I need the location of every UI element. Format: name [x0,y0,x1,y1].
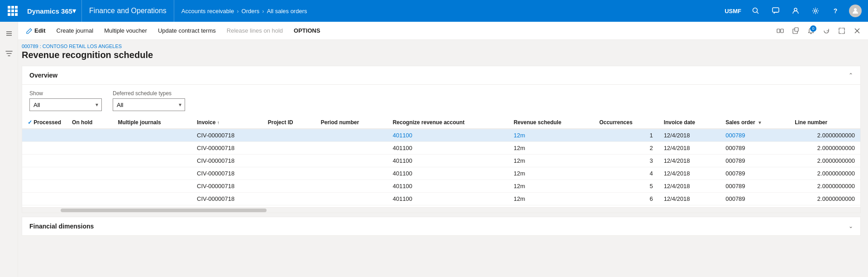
cell-period-number [315,142,387,155]
breadcrumb-orders[interactable]: Orders [242,8,260,15]
avatar-button[interactable] [846,0,864,22]
cell-period-number [315,193,387,205]
brand-label: Dynamics 365 [27,7,72,15]
table-row[interactable]: CIV-0000071840110012m612/4/20180007892.0… [22,193,860,205]
cell-project-id [262,155,315,167]
col-recognize-revenue-account: Recognize revenue account [387,117,508,129]
edit-button[interactable]: Edit [22,25,50,36]
update-contract-terms-button[interactable]: Update contract terms [153,25,220,36]
table-row[interactable]: CIV-0000071840110012m212/4/20180007892.0… [22,142,860,155]
svg-rect-9 [777,29,780,33]
table-body: CIV-0000071840110012m112/4/20180007892.0… [22,129,860,207]
financial-dimensions-header[interactable]: Financial dimensions ⌄ [22,217,860,235]
cell-multiple-journals [112,167,191,180]
svg-rect-2 [773,8,779,12]
app-name: Finance and Operations [82,0,174,22]
search-nav-button[interactable] [747,0,765,22]
waffle-menu[interactable] [4,0,22,22]
col-on-hold: On hold [67,117,112,129]
col-sales-order: Sales order ▼ [720,117,789,129]
open-in-new-button[interactable] [788,24,803,38]
col-multiple-journals: Multiple journals [112,117,191,129]
table-row[interactable]: CIV-0000071840110012m412/4/20180007892.0… [22,167,860,180]
svg-point-4 [815,10,817,12]
cell-recognize-revenue-account: 401100 [387,155,508,167]
cell-revenue-schedule[interactable]: 12m [508,129,594,142]
cell-revenue-schedule: 12m [508,167,594,180]
options-button[interactable]: OPTIONS [289,25,325,36]
notifications-button[interactable]: 0 [804,24,818,38]
page-breadcrumb[interactable]: 000789 : CONTOSO RETAIL LOS ANGELES [22,44,861,49]
settings-button[interactable] [806,0,825,22]
table-container: ✓ Processed On hold Multiple journals In… [22,117,860,213]
breadcrumb-accounts-receivable[interactable]: Accounts receivable [181,8,234,15]
col-revenue-schedule: Revenue schedule [508,117,594,129]
col-processed-label: Processed [33,119,61,126]
cell-on-hold [67,180,112,193]
col-occurrences: Occurrences [594,117,658,129]
cell-invoice: CIV-00000718 [191,155,262,167]
expand-button[interactable] [835,24,849,38]
release-lines-on-hold-button[interactable]: Release lines on hold [222,25,287,36]
cell-processed [22,167,67,180]
cell-project-id [262,167,315,180]
horizontal-scroll-thumb[interactable] [61,209,267,212]
nav-breadcrumb: Accounts receivable › Orders › All sales… [174,8,721,15]
multiple-voucher-button[interactable]: Multiple voucher [100,25,152,36]
create-journal-label: Create journal [57,27,94,34]
cell-occurrences: 5 [594,180,658,193]
company-selector[interactable]: USMF [721,8,745,15]
sidebar-filter[interactable] [1,45,17,62]
cell-sales-order: 000789 [720,180,789,193]
help-button[interactable]: ? [826,0,844,22]
cell-invoice: CIV-00000718 [191,142,262,155]
breadcrumb-all-sales-orders[interactable]: All sales orders [267,8,307,15]
overview-section-title: Overview [29,72,57,79]
table-scroll-area[interactable]: ✓ Processed On hold Multiple journals In… [22,117,860,207]
options-label: OPTIONS [294,27,320,34]
deferred-schedule-filter-group: Deferred schedule types All Revenue Defe… [113,90,185,111]
cell-line-number: 2.0000000000 [789,155,860,167]
cell-recognize-revenue-account[interactable]: 401100 [387,129,508,142]
cell-invoice-date: 12/4/2018 [658,155,720,167]
action-bar: Edit Create journal Multiple voucher Upd… [0,22,868,40]
cell-processed [22,142,67,155]
nav-right-icons: USMF ? [721,0,864,22]
show-select[interactable]: All Processed Unprocessed [29,98,102,111]
cell-sales-order: 000789 [720,193,789,205]
chat-button[interactable] [767,0,785,22]
cell-processed [22,129,67,142]
deferred-schedule-select[interactable]: All Revenue Deferred [113,98,185,111]
deferred-schedule-select-wrapper: All Revenue Deferred [113,98,185,111]
personalize-button[interactable] [773,24,787,38]
horizontal-scrollbar[interactable] [22,207,860,213]
cell-recognize-revenue-account: 401100 [387,193,508,205]
overview-section-header[interactable]: Overview ⌃ [22,66,860,85]
table-row[interactable]: CIV-0000071840110012m112/4/20180007892.0… [22,129,860,142]
show-filter-group: Show All Processed Unprocessed [29,90,102,111]
cell-project-id [262,142,315,155]
breadcrumb-sep-2: › [262,8,264,15]
help-icon: ? [834,7,838,15]
cell-sales-order[interactable]: 000789 [720,129,789,142]
table-row[interactable]: CIV-0000071840110012m512/4/20180007892.0… [22,180,860,193]
svg-line-1 [757,12,758,14]
cell-processed [22,193,67,205]
refresh-button[interactable] [819,24,834,38]
cell-period-number [315,129,387,142]
create-journal-button[interactable]: Create journal [52,25,98,36]
sidebar-hamburger[interactable] [1,25,17,42]
cell-multiple-journals [112,129,191,142]
person-button[interactable] [787,0,805,22]
cell-processed [22,180,67,193]
cell-revenue-schedule: 12m [508,142,594,155]
col-invoice[interactable]: Invoice ↑ [191,117,262,129]
financial-dimensions-expand-icon: ⌄ [849,223,853,229]
cell-line-number: 2.0000000000 [789,180,860,193]
brand-link[interactable]: Dynamics 365 ▾ [22,0,82,22]
cell-period-number [315,155,387,167]
svg-rect-12 [795,28,798,31]
close-button[interactable] [850,24,864,38]
update-contract-terms-label: Update contract terms [158,27,216,34]
table-row[interactable]: CIV-0000071840110012m312/4/20180007892.0… [22,155,860,167]
